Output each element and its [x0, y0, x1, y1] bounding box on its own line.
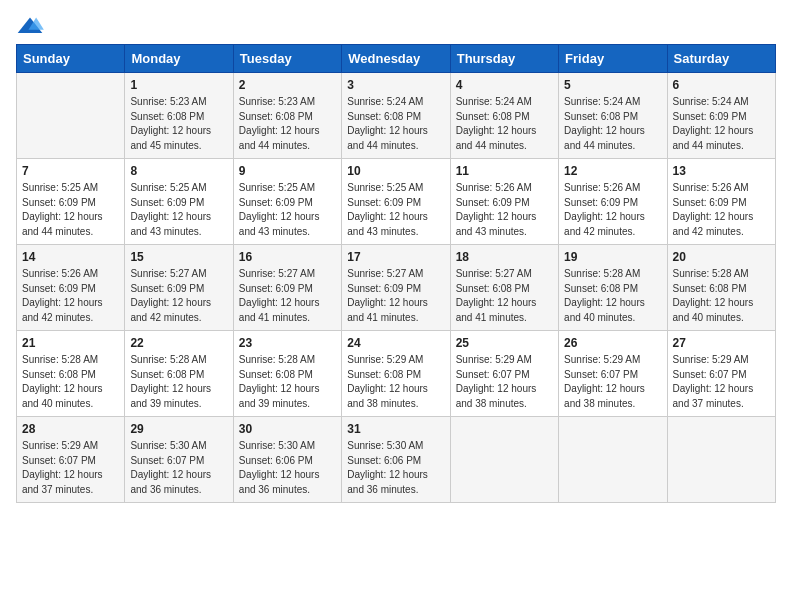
calendar-cell: 7 Sunrise: 5:25 AMSunset: 6:09 PMDayligh… [17, 159, 125, 245]
day-number: 5 [564, 78, 661, 92]
calendar-cell: 24 Sunrise: 5:29 AMSunset: 6:08 PMDaylig… [342, 331, 450, 417]
day-number: 10 [347, 164, 444, 178]
weekday-header-row: SundayMondayTuesdayWednesdayThursdayFrid… [17, 45, 776, 73]
calendar-cell: 21 Sunrise: 5:28 AMSunset: 6:08 PMDaylig… [17, 331, 125, 417]
day-info: Sunrise: 5:24 AMSunset: 6:08 PMDaylight:… [564, 95, 661, 153]
calendar-cell: 10 Sunrise: 5:25 AMSunset: 6:09 PMDaylig… [342, 159, 450, 245]
calendar-week-4: 21 Sunrise: 5:28 AMSunset: 6:08 PMDaylig… [17, 331, 776, 417]
day-number: 2 [239, 78, 336, 92]
calendar-cell: 4 Sunrise: 5:24 AMSunset: 6:08 PMDayligh… [450, 73, 558, 159]
weekday-header-thursday: Thursday [450, 45, 558, 73]
calendar-week-3: 14 Sunrise: 5:26 AMSunset: 6:09 PMDaylig… [17, 245, 776, 331]
calendar-cell: 28 Sunrise: 5:29 AMSunset: 6:07 PMDaylig… [17, 417, 125, 503]
weekday-header-friday: Friday [559, 45, 667, 73]
day-info: Sunrise: 5:25 AMSunset: 6:09 PMDaylight:… [130, 181, 227, 239]
day-number: 13 [673, 164, 770, 178]
calendar-table: SundayMondayTuesdayWednesdayThursdayFrid… [16, 44, 776, 503]
calendar-cell: 2 Sunrise: 5:23 AMSunset: 6:08 PMDayligh… [233, 73, 341, 159]
calendar-cell: 1 Sunrise: 5:23 AMSunset: 6:08 PMDayligh… [125, 73, 233, 159]
day-info: Sunrise: 5:23 AMSunset: 6:08 PMDaylight:… [239, 95, 336, 153]
day-info: Sunrise: 5:30 AMSunset: 6:07 PMDaylight:… [130, 439, 227, 497]
calendar-cell: 15 Sunrise: 5:27 AMSunset: 6:09 PMDaylig… [125, 245, 233, 331]
day-info: Sunrise: 5:26 AMSunset: 6:09 PMDaylight:… [22, 267, 119, 325]
logo [16, 16, 54, 36]
calendar-cell: 6 Sunrise: 5:24 AMSunset: 6:09 PMDayligh… [667, 73, 775, 159]
day-number: 31 [347, 422, 444, 436]
day-number: 3 [347, 78, 444, 92]
weekday-header-monday: Monday [125, 45, 233, 73]
calendar-cell: 25 Sunrise: 5:29 AMSunset: 6:07 PMDaylig… [450, 331, 558, 417]
weekday-header-tuesday: Tuesday [233, 45, 341, 73]
day-info: Sunrise: 5:26 AMSunset: 6:09 PMDaylight:… [673, 181, 770, 239]
calendar-cell: 23 Sunrise: 5:28 AMSunset: 6:08 PMDaylig… [233, 331, 341, 417]
day-number: 20 [673, 250, 770, 264]
day-info: Sunrise: 5:28 AMSunset: 6:08 PMDaylight:… [673, 267, 770, 325]
weekday-header-wednesday: Wednesday [342, 45, 450, 73]
day-info: Sunrise: 5:28 AMSunset: 6:08 PMDaylight:… [22, 353, 119, 411]
day-info: Sunrise: 5:27 AMSunset: 6:09 PMDaylight:… [130, 267, 227, 325]
calendar-cell: 26 Sunrise: 5:29 AMSunset: 6:07 PMDaylig… [559, 331, 667, 417]
calendar-cell: 12 Sunrise: 5:26 AMSunset: 6:09 PMDaylig… [559, 159, 667, 245]
day-number: 23 [239, 336, 336, 350]
day-info: Sunrise: 5:28 AMSunset: 6:08 PMDaylight:… [564, 267, 661, 325]
calendar-cell: 19 Sunrise: 5:28 AMSunset: 6:08 PMDaylig… [559, 245, 667, 331]
day-number: 14 [22, 250, 119, 264]
calendar-cell: 31 Sunrise: 5:30 AMSunset: 6:06 PMDaylig… [342, 417, 450, 503]
calendar-cell: 17 Sunrise: 5:27 AMSunset: 6:09 PMDaylig… [342, 245, 450, 331]
calendar-cell: 3 Sunrise: 5:24 AMSunset: 6:08 PMDayligh… [342, 73, 450, 159]
day-number: 16 [239, 250, 336, 264]
day-info: Sunrise: 5:29 AMSunset: 6:07 PMDaylight:… [456, 353, 553, 411]
day-number: 29 [130, 422, 227, 436]
calendar-cell: 9 Sunrise: 5:25 AMSunset: 6:09 PMDayligh… [233, 159, 341, 245]
day-number: 17 [347, 250, 444, 264]
weekday-header-sunday: Sunday [17, 45, 125, 73]
day-number: 25 [456, 336, 553, 350]
day-info: Sunrise: 5:23 AMSunset: 6:08 PMDaylight:… [130, 95, 227, 153]
day-info: Sunrise: 5:25 AMSunset: 6:09 PMDaylight:… [22, 181, 119, 239]
day-number: 9 [239, 164, 336, 178]
calendar-cell: 29 Sunrise: 5:30 AMSunset: 6:07 PMDaylig… [125, 417, 233, 503]
day-number: 22 [130, 336, 227, 350]
header [16, 16, 776, 36]
calendar-cell: 5 Sunrise: 5:24 AMSunset: 6:08 PMDayligh… [559, 73, 667, 159]
day-number: 7 [22, 164, 119, 178]
day-number: 19 [564, 250, 661, 264]
day-number: 1 [130, 78, 227, 92]
day-info: Sunrise: 5:25 AMSunset: 6:09 PMDaylight:… [347, 181, 444, 239]
day-info: Sunrise: 5:24 AMSunset: 6:09 PMDaylight:… [673, 95, 770, 153]
day-info: Sunrise: 5:28 AMSunset: 6:08 PMDaylight:… [239, 353, 336, 411]
calendar-cell: 18 Sunrise: 5:27 AMSunset: 6:08 PMDaylig… [450, 245, 558, 331]
day-number: 11 [456, 164, 553, 178]
day-number: 18 [456, 250, 553, 264]
calendar-cell: 16 Sunrise: 5:27 AMSunset: 6:09 PMDaylig… [233, 245, 341, 331]
day-number: 8 [130, 164, 227, 178]
day-number: 6 [673, 78, 770, 92]
logo-icon [16, 16, 44, 36]
day-number: 27 [673, 336, 770, 350]
calendar-week-2: 7 Sunrise: 5:25 AMSunset: 6:09 PMDayligh… [17, 159, 776, 245]
calendar-cell: 11 Sunrise: 5:26 AMSunset: 6:09 PMDaylig… [450, 159, 558, 245]
day-number: 24 [347, 336, 444, 350]
calendar-week-1: 1 Sunrise: 5:23 AMSunset: 6:08 PMDayligh… [17, 73, 776, 159]
day-info: Sunrise: 5:27 AMSunset: 6:09 PMDaylight:… [239, 267, 336, 325]
weekday-header-saturday: Saturday [667, 45, 775, 73]
day-number: 4 [456, 78, 553, 92]
day-info: Sunrise: 5:29 AMSunset: 6:07 PMDaylight:… [564, 353, 661, 411]
day-info: Sunrise: 5:30 AMSunset: 6:06 PMDaylight:… [347, 439, 444, 497]
day-info: Sunrise: 5:29 AMSunset: 6:07 PMDaylight:… [673, 353, 770, 411]
day-number: 26 [564, 336, 661, 350]
day-number: 12 [564, 164, 661, 178]
calendar-cell [17, 73, 125, 159]
day-info: Sunrise: 5:26 AMSunset: 6:09 PMDaylight:… [564, 181, 661, 239]
calendar-cell [450, 417, 558, 503]
day-info: Sunrise: 5:26 AMSunset: 6:09 PMDaylight:… [456, 181, 553, 239]
calendar-cell [667, 417, 775, 503]
day-number: 21 [22, 336, 119, 350]
calendar-cell [559, 417, 667, 503]
calendar-cell: 13 Sunrise: 5:26 AMSunset: 6:09 PMDaylig… [667, 159, 775, 245]
calendar-cell: 22 Sunrise: 5:28 AMSunset: 6:08 PMDaylig… [125, 331, 233, 417]
calendar-week-5: 28 Sunrise: 5:29 AMSunset: 6:07 PMDaylig… [17, 417, 776, 503]
day-info: Sunrise: 5:24 AMSunset: 6:08 PMDaylight:… [347, 95, 444, 153]
calendar-cell: 14 Sunrise: 5:26 AMSunset: 6:09 PMDaylig… [17, 245, 125, 331]
day-info: Sunrise: 5:27 AMSunset: 6:08 PMDaylight:… [456, 267, 553, 325]
